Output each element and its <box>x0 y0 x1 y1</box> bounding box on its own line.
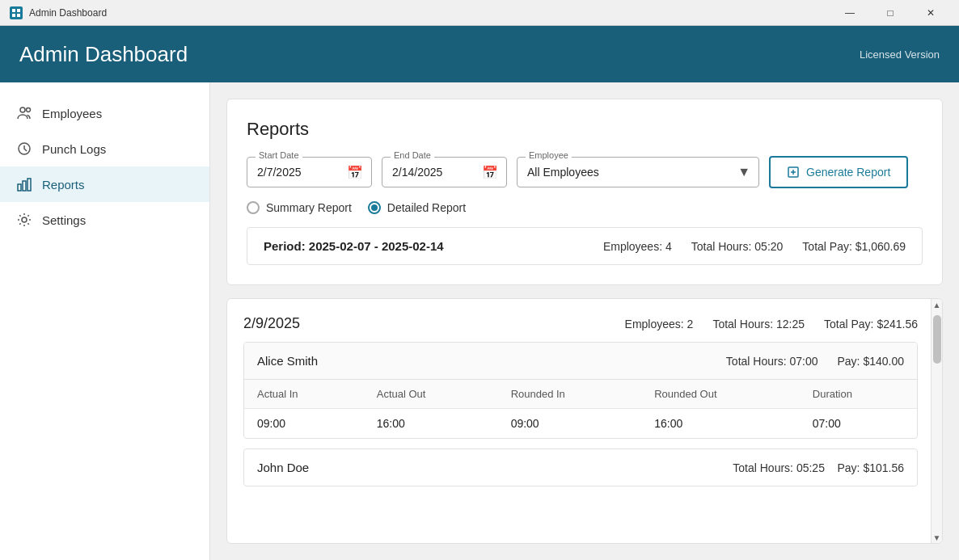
filter-row: Start Date 2/7/2025 📅 End Date 2/14/2025… <box>247 156 923 188</box>
end-date-value: 2/14/2025 <box>392 166 442 179</box>
employee-label: Employee <box>526 150 572 160</box>
employee-stats-alice: Total Hours: 07:00 Pay: $140.00 <box>726 355 904 368</box>
sidebar-item-employees[interactable]: Employees <box>0 95 209 131</box>
sidebar-reports-label: Reports <box>42 178 85 192</box>
john-total-hours: Total Hours: 05:25 <box>733 461 825 474</box>
svg-rect-7 <box>18 184 21 191</box>
window-title: Admin Dashboard <box>29 7 107 19</box>
content-area: Reports Start Date 2/7/2025 📅 End Date 2… <box>210 82 959 560</box>
svg-rect-3 <box>17 14 20 17</box>
start-date-calendar-icon: 📅 <box>347 165 363 180</box>
export-row: Export Report <box>227 543 942 544</box>
scroll-up-arrow[interactable]: ▲ <box>932 299 943 310</box>
gear-icon <box>16 212 32 228</box>
reports-filter-card: Reports Start Date 2/7/2025 📅 End Date 2… <box>226 99 943 285</box>
main-layout: Employees Punch Logs <box>0 82 959 560</box>
john-pay: Pay: $101.56 <box>837 461 904 474</box>
period-employees: Employees: 4 <box>603 240 672 253</box>
title-bar: Admin Dashboard — □ ✕ <box>0 0 959 26</box>
close-button[interactable]: ✕ <box>912 0 949 26</box>
date-total-pay: Total Pay: $241.56 <box>824 318 918 331</box>
table-header-row: Actual In Actual Out Rounded In Rounded … <box>244 380 917 409</box>
sidebar-punch-logs-label: Punch Logs <box>42 142 106 156</box>
employee-header-alice: Alice Smith Total Hours: 07:00 Pay: $140… <box>244 343 917 380</box>
app-icon <box>10 6 23 19</box>
report-inner: 2/9/2025 Employees: 2 Total Hours: 12:25… <box>227 299 942 543</box>
svg-rect-0 <box>12 9 15 12</box>
detailed-report-radio[interactable]: Detailed Report <box>368 201 466 214</box>
employee-dropdown[interactable]: Employee All Employees ▼ <box>517 157 759 187</box>
reports-title: Reports <box>247 119 923 140</box>
col-duration: Duration <box>800 380 917 409</box>
license-label: Licensed Version <box>860 48 940 61</box>
period-bar: Period: 2025-02-07 - 2025-02-14 Employee… <box>247 227 923 265</box>
clock-icon <box>16 141 32 157</box>
col-rounded-out: Rounded Out <box>641 380 800 409</box>
col-actual-out: Actual Out <box>364 380 498 409</box>
john-stats: Total Hours: 05:25 Pay: $101.56 <box>733 461 904 474</box>
date-title: 2/9/2025 <box>243 315 300 332</box>
title-bar-left: Admin Dashboard <box>10 6 107 19</box>
dropdown-arrow-icon: ▼ <box>737 165 750 179</box>
end-date-calendar-icon: 📅 <box>482 165 498 180</box>
end-date-label: End Date <box>391 150 434 160</box>
sidebar: Employees Punch Logs <box>0 82 210 560</box>
sidebar-employees-label: Employees <box>42 107 102 120</box>
maximize-button[interactable]: □ <box>872 0 909 26</box>
app-title: Admin Dashboard <box>19 42 188 67</box>
period-stats: Employees: 4 Total Hours: 05:20 Total Pa… <box>603 240 906 253</box>
date-header: 2/9/2025 Employees: 2 Total Hours: 12:25… <box>243 315 918 332</box>
scroll-down-arrow[interactable]: ▼ <box>932 532 943 543</box>
generate-report-button[interactable]: Generate Report <box>769 156 908 188</box>
employee-name-john: John Doe <box>257 461 309 474</box>
actual-out-val: 16:00 <box>364 409 498 439</box>
col-rounded-in: Rounded In <box>498 380 642 409</box>
date-employees: Employees: 2 <box>625 318 694 331</box>
employee-name-alice: Alice Smith <box>257 354 318 368</box>
start-date-field[interactable]: Start Date 2/7/2025 📅 <box>247 157 372 187</box>
period-total-pay: Total Pay: $1,060.69 <box>802 240 906 253</box>
duration-val: 07:00 <box>800 409 917 439</box>
svg-rect-2 <box>12 14 15 17</box>
detailed-radio-circle <box>368 201 381 214</box>
employee-header-john: John Doe Total Hours: 05:25 Pay: $101.56 <box>244 449 917 486</box>
summary-report-label: Summary Report <box>266 201 352 214</box>
sidebar-item-punch-logs[interactable]: Punch Logs <box>0 131 209 166</box>
svg-rect-8 <box>23 181 26 191</box>
scrollbar-track <box>932 310 942 532</box>
people-icon <box>16 105 32 121</box>
summary-radio-circle <box>247 201 260 214</box>
sidebar-item-reports[interactable]: Reports <box>0 166 209 202</box>
svg-rect-1 <box>17 9 20 12</box>
sidebar-settings-label: Settings <box>42 213 86 227</box>
svg-rect-9 <box>27 179 31 191</box>
svg-point-10 <box>22 217 27 222</box>
period-text: Period: 2025-02-07 - 2025-02-14 <box>264 239 444 253</box>
generate-button-label: Generate Report <box>806 166 890 179</box>
alice-time-table: Actual In Actual Out Rounded In Rounded … <box>244 380 917 438</box>
employee-block-alice: Alice Smith Total Hours: 07:00 Pay: $140… <box>243 342 918 439</box>
period-total-hours: Total Hours: 05:20 <box>691 240 784 253</box>
minimize-button[interactable]: — <box>831 0 868 26</box>
date-section: 2/9/2025 Employees: 2 Total Hours: 12:25… <box>243 315 918 486</box>
end-date-field[interactable]: End Date 2/14/2025 📅 <box>382 157 507 187</box>
detailed-report-label: Detailed Report <box>387 201 466 214</box>
scrollbar-thumb[interactable] <box>933 315 941 364</box>
employee-block-john: John Doe Total Hours: 05:25 Pay: $101.56 <box>243 448 918 486</box>
actual-in-val: 09:00 <box>244 409 364 439</box>
app-header: Admin Dashboard Licensed Version <box>0 26 959 82</box>
svg-point-4 <box>20 107 25 112</box>
alice-pay: Pay: $140.00 <box>837 355 904 368</box>
start-date-value: 2/7/2025 <box>257 166 302 179</box>
employee-value: All Employees <box>527 166 729 179</box>
date-total-hours: Total Hours: 12:25 <box>712 318 805 331</box>
report-results-area: ▲ ▼ 2/9/2025 Employees: 2 Total Hours: 1 <box>226 298 943 544</box>
generate-icon <box>787 166 800 179</box>
svg-point-5 <box>27 108 31 112</box>
rounded-in-val: 09:00 <box>498 409 642 439</box>
table-row: 09:00 16:00 09:00 16:00 07:00 <box>244 409 917 439</box>
summary-report-radio[interactable]: Summary Report <box>247 201 352 214</box>
alice-total-hours: Total Hours: 07:00 <box>726 355 818 368</box>
scrollbar[interactable]: ▲ ▼ <box>931 299 942 543</box>
sidebar-item-settings[interactable]: Settings <box>0 202 209 238</box>
